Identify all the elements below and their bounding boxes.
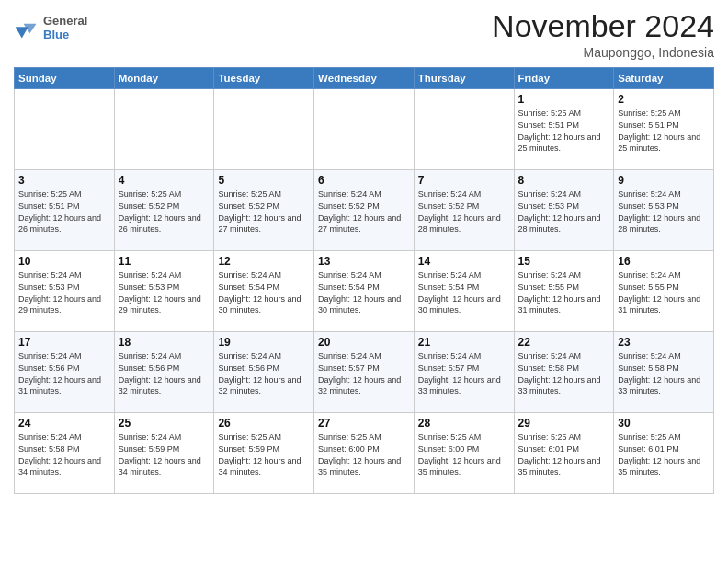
cell-info: Sunrise: 5:25 AM Sunset: 5:51 PM Dayligh… <box>18 189 110 235</box>
logo-text: General Blue <box>43 15 87 42</box>
calendar-cell: 1Sunrise: 5:25 AM Sunset: 5:51 PM Daylig… <box>514 89 614 170</box>
calendar-cell: 29Sunrise: 5:25 AM Sunset: 6:01 PM Dayli… <box>514 413 614 494</box>
col-header-thursday: Thursday <box>414 68 514 89</box>
day-number: 27 <box>318 417 410 430</box>
col-header-friday: Friday <box>514 68 614 89</box>
calendar-cell: 25Sunrise: 5:24 AM Sunset: 5:59 PM Dayli… <box>114 413 214 494</box>
cell-info: Sunrise: 5:24 AM Sunset: 5:57 PM Dayligh… <box>418 350 510 396</box>
calendar-cell: 3Sunrise: 5:25 AM Sunset: 5:51 PM Daylig… <box>15 170 115 251</box>
day-number: 14 <box>418 255 510 268</box>
day-number: 18 <box>119 336 210 349</box>
day-number: 6 <box>318 174 410 187</box>
cell-info: Sunrise: 5:25 AM Sunset: 5:51 PM Dayligh… <box>618 108 710 154</box>
day-number: 11 <box>119 255 210 268</box>
month-title: November 2024 <box>492 9 714 43</box>
col-header-sunday: Sunday <box>15 68 115 89</box>
cell-info: Sunrise: 5:24 AM Sunset: 5:55 PM Dayligh… <box>618 270 710 316</box>
calendar-cell: 30Sunrise: 5:25 AM Sunset: 6:01 PM Dayli… <box>614 413 714 494</box>
calendar-cell: 14Sunrise: 5:24 AM Sunset: 5:54 PM Dayli… <box>414 251 514 332</box>
cell-info: Sunrise: 5:24 AM Sunset: 5:57 PM Dayligh… <box>318 350 410 396</box>
col-header-monday: Monday <box>114 68 214 89</box>
calendar-cell: 8Sunrise: 5:24 AM Sunset: 5:53 PM Daylig… <box>514 170 614 251</box>
calendar-cell <box>114 89 214 170</box>
cell-info: Sunrise: 5:25 AM Sunset: 5:52 PM Dayligh… <box>119 189 210 235</box>
day-number: 26 <box>218 417 310 430</box>
cell-info: Sunrise: 5:25 AM Sunset: 6:00 PM Dayligh… <box>318 431 410 477</box>
calendar-cell: 7Sunrise: 5:24 AM Sunset: 5:52 PM Daylig… <box>414 170 514 251</box>
day-number: 29 <box>518 417 610 430</box>
day-number: 12 <box>218 255 310 268</box>
calendar-cell: 12Sunrise: 5:24 AM Sunset: 5:54 PM Dayli… <box>214 251 314 332</box>
day-number: 8 <box>518 174 610 187</box>
calendar-cell: 20Sunrise: 5:24 AM Sunset: 5:57 PM Dayli… <box>314 332 415 413</box>
calendar-cell: 23Sunrise: 5:24 AM Sunset: 5:58 PM Dayli… <box>614 332 714 413</box>
cell-info: Sunrise: 5:24 AM Sunset: 5:53 PM Dayligh… <box>518 189 610 235</box>
cell-info: Sunrise: 5:25 AM Sunset: 5:51 PM Dayligh… <box>518 108 610 154</box>
day-number: 16 <box>618 255 710 268</box>
calendar-row-4: 24Sunrise: 5:24 AM Sunset: 5:58 PM Dayli… <box>15 413 714 494</box>
cell-info: Sunrise: 5:24 AM Sunset: 5:55 PM Dayligh… <box>518 270 610 316</box>
calendar-cell: 5Sunrise: 5:25 AM Sunset: 5:52 PM Daylig… <box>214 170 314 251</box>
day-number: 1 <box>518 93 610 106</box>
col-header-tuesday: Tuesday <box>214 68 314 89</box>
location-title: Mauponggo, Indonesia <box>492 45 714 60</box>
day-number: 10 <box>18 255 110 268</box>
calendar-cell: 21Sunrise: 5:24 AM Sunset: 5:57 PM Dayli… <box>414 332 514 413</box>
calendar-body: 1Sunrise: 5:25 AM Sunset: 5:51 PM Daylig… <box>15 89 714 494</box>
calendar-cell: 15Sunrise: 5:24 AM Sunset: 5:55 PM Dayli… <box>514 251 614 332</box>
day-number: 15 <box>518 255 610 268</box>
day-number: 21 <box>418 336 510 349</box>
calendar-cell: 2Sunrise: 5:25 AM Sunset: 5:51 PM Daylig… <box>614 89 714 170</box>
calendar-cell: 9Sunrise: 5:24 AM Sunset: 5:53 PM Daylig… <box>614 170 714 251</box>
cell-info: Sunrise: 5:24 AM Sunset: 5:53 PM Dayligh… <box>18 270 110 316</box>
cell-info: Sunrise: 5:24 AM Sunset: 5:56 PM Dayligh… <box>119 350 210 396</box>
calendar-cell: 27Sunrise: 5:25 AM Sunset: 6:00 PM Dayli… <box>314 413 415 494</box>
cell-info: Sunrise: 5:24 AM Sunset: 5:52 PM Dayligh… <box>418 189 510 235</box>
cell-info: Sunrise: 5:25 AM Sunset: 6:00 PM Dayligh… <box>418 431 510 477</box>
calendar-row-2: 10Sunrise: 5:24 AM Sunset: 5:53 PM Dayli… <box>15 251 714 332</box>
cell-info: Sunrise: 5:24 AM Sunset: 5:58 PM Dayligh… <box>618 350 710 396</box>
calendar-row-1: 3Sunrise: 5:25 AM Sunset: 5:51 PM Daylig… <box>15 170 714 251</box>
cell-info: Sunrise: 5:24 AM Sunset: 5:54 PM Dayligh… <box>418 270 510 316</box>
calendar-cell: 28Sunrise: 5:25 AM Sunset: 6:00 PM Dayli… <box>414 413 514 494</box>
calendar-cell: 18Sunrise: 5:24 AM Sunset: 5:56 PM Dayli… <box>114 332 214 413</box>
calendar-cell <box>214 89 314 170</box>
calendar-row-3: 17Sunrise: 5:24 AM Sunset: 5:56 PM Dayli… <box>15 332 714 413</box>
cell-info: Sunrise: 5:24 AM Sunset: 5:58 PM Dayligh… <box>518 350 610 396</box>
day-number: 5 <box>218 174 310 187</box>
calendar-cell: 11Sunrise: 5:24 AM Sunset: 5:53 PM Dayli… <box>114 251 214 332</box>
logo-icon <box>14 16 40 41</box>
day-number: 22 <box>518 336 610 349</box>
calendar-cell: 24Sunrise: 5:24 AM Sunset: 5:58 PM Dayli… <box>15 413 115 494</box>
day-number: 13 <box>318 255 410 268</box>
calendar-cell: 22Sunrise: 5:24 AM Sunset: 5:58 PM Dayli… <box>514 332 614 413</box>
day-number: 7 <box>418 174 510 187</box>
calendar-cell: 16Sunrise: 5:24 AM Sunset: 5:55 PM Dayli… <box>614 251 714 332</box>
title-block: November 2024 Mauponggo, Indonesia <box>492 9 714 60</box>
day-number: 28 <box>418 417 510 430</box>
cell-info: Sunrise: 5:25 AM Sunset: 5:59 PM Dayligh… <box>218 431 310 477</box>
cell-info: Sunrise: 5:25 AM Sunset: 6:01 PM Dayligh… <box>518 431 610 477</box>
calendar-cell: 19Sunrise: 5:24 AM Sunset: 5:56 PM Dayli… <box>214 332 314 413</box>
cell-info: Sunrise: 5:25 AM Sunset: 5:52 PM Dayligh… <box>218 189 310 235</box>
day-number: 19 <box>218 336 310 349</box>
page-header: General Blue November 2024 Mauponggo, In… <box>14 9 714 60</box>
calendar-cell <box>15 89 115 170</box>
cell-info: Sunrise: 5:24 AM Sunset: 5:56 PM Dayligh… <box>18 350 110 396</box>
day-number: 4 <box>119 174 210 187</box>
cell-info: Sunrise: 5:24 AM Sunset: 5:54 PM Dayligh… <box>218 270 310 316</box>
cell-info: Sunrise: 5:24 AM Sunset: 5:52 PM Dayligh… <box>318 189 410 235</box>
svg-marker-1 <box>16 27 28 38</box>
header-row: SundayMondayTuesdayWednesdayThursdayFrid… <box>15 68 714 89</box>
col-header-saturday: Saturday <box>614 68 714 89</box>
day-number: 2 <box>618 93 710 106</box>
calendar-table: SundayMondayTuesdayWednesdayThursdayFrid… <box>14 67 714 494</box>
cell-info: Sunrise: 5:24 AM Sunset: 5:54 PM Dayligh… <box>318 270 410 316</box>
cell-info: Sunrise: 5:24 AM Sunset: 5:53 PM Dayligh… <box>119 270 210 316</box>
day-number: 3 <box>18 174 110 187</box>
col-header-wednesday: Wednesday <box>314 68 415 89</box>
cell-info: Sunrise: 5:24 AM Sunset: 5:58 PM Dayligh… <box>18 431 110 477</box>
cell-info: Sunrise: 5:24 AM Sunset: 5:53 PM Dayligh… <box>618 189 710 235</box>
day-number: 20 <box>318 336 410 349</box>
cell-info: Sunrise: 5:25 AM Sunset: 6:01 PM Dayligh… <box>618 431 710 477</box>
